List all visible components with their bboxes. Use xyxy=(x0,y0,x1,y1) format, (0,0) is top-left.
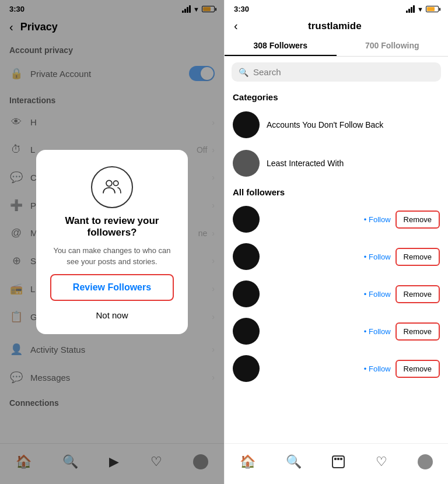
category-avatar-2 xyxy=(233,150,260,177)
follower-row-2: • Follow Remove xyxy=(225,238,448,275)
follower-avatar-4 xyxy=(233,318,260,345)
right-wifi-icon: ▼ xyxy=(417,6,424,13)
remove-button-2[interactable]: Remove xyxy=(396,248,440,266)
svg-rect-3 xyxy=(334,458,337,460)
modal-overlay: Want to review your followers? You can m… xyxy=(0,0,224,484)
right-status-icons: ▼ xyxy=(406,5,439,13)
modal-card: Want to review your followers? You can m… xyxy=(36,150,188,334)
tabs-row: 308 Followers 700 Following xyxy=(225,35,448,57)
svg-point-0 xyxy=(106,181,112,187)
follow-button-5[interactable]: • Follow xyxy=(364,364,391,373)
follower-avatar-1 xyxy=(233,206,260,233)
review-followers-button[interactable]: Review Followers xyxy=(50,274,174,301)
modal-icon-circle xyxy=(91,166,133,208)
notification-dot xyxy=(430,454,433,457)
all-followers-label: All followers xyxy=(225,183,448,201)
right-battery-icon xyxy=(426,6,439,12)
right-nav-header: ‹ trustlamide xyxy=(225,16,448,33)
follow-button-2[interactable]: • Follow xyxy=(364,252,391,261)
remove-button-1[interactable]: Remove xyxy=(396,211,440,229)
follower-row-5: • Follow Remove xyxy=(225,350,448,387)
search-input[interactable] xyxy=(253,67,434,77)
svg-point-1 xyxy=(114,181,118,185)
category-text-1: Accounts You Don't Follow Back xyxy=(267,120,383,129)
follower-row-4: • Follow Remove xyxy=(225,313,448,350)
remove-button-5[interactable]: Remove xyxy=(396,360,440,378)
follower-avatar-2 xyxy=(233,243,260,270)
left-panel: 3:30 ▼ ‹ Privacy Account privacy 🔒 Priva… xyxy=(0,0,224,484)
modal-title: Want to review your followers? xyxy=(50,215,174,239)
not-now-button[interactable]: Not now xyxy=(93,308,130,322)
right-profile-avatar xyxy=(418,454,433,469)
follow-button-4[interactable]: • Follow xyxy=(364,327,391,336)
right-status-bar: 3:30 ▼ xyxy=(225,0,448,16)
followers-list: • Follow Remove • Follow Remove • Follow… xyxy=(225,201,448,443)
right-nav-likes[interactable]: ♡ xyxy=(376,454,387,469)
modal-subtitle: You can make changes to who can see your… xyxy=(50,245,174,266)
svg-rect-4 xyxy=(337,458,340,460)
follower-row-3: • Follow Remove xyxy=(225,275,448,313)
svg-rect-5 xyxy=(340,458,342,460)
category-avatar-1 xyxy=(233,111,260,138)
follow-button-1[interactable]: • Follow xyxy=(364,215,391,224)
follower-avatar-5 xyxy=(233,355,260,382)
search-bar[interactable]: 🔍 xyxy=(232,62,441,82)
right-nav-reels[interactable] xyxy=(331,455,345,469)
category-text-2: Least Interacted With xyxy=(267,159,344,168)
tab-following[interactable]: 700 Following xyxy=(337,35,449,56)
follow-button-3[interactable]: • Follow xyxy=(364,290,391,299)
categories-label: Categories xyxy=(225,87,448,106)
follower-avatar-3 xyxy=(233,280,260,307)
follower-row-1: • Follow Remove xyxy=(225,201,448,238)
right-nav-search[interactable]: 🔍 xyxy=(286,454,302,469)
right-panel: 3:30 ▼ ‹ trustlamide 308 Followers 700 F… xyxy=(224,0,448,484)
right-nav-profile[interactable] xyxy=(418,454,433,469)
remove-button-4[interactable]: Remove xyxy=(396,322,440,341)
right-time: 3:30 xyxy=(234,5,249,13)
category-item-least-interacted[interactable]: Least Interacted With xyxy=(225,144,448,183)
right-bottom-nav: 🏠 🔍 ♡ xyxy=(225,443,448,484)
reels-icon xyxy=(331,455,345,469)
category-item-no-follow-back[interactable]: Accounts You Don't Follow Back xyxy=(225,106,448,144)
remove-button-3[interactable]: Remove xyxy=(396,285,440,303)
right-signal-icon xyxy=(406,5,415,13)
people-icon xyxy=(100,176,124,199)
search-icon: 🔍 xyxy=(239,68,249,77)
right-page-title: trustlamide xyxy=(245,20,425,32)
right-back-arrow[interactable]: ‹ xyxy=(234,19,238,33)
right-nav-home[interactable]: 🏠 xyxy=(240,454,256,469)
tab-followers[interactable]: 308 Followers xyxy=(225,35,337,56)
